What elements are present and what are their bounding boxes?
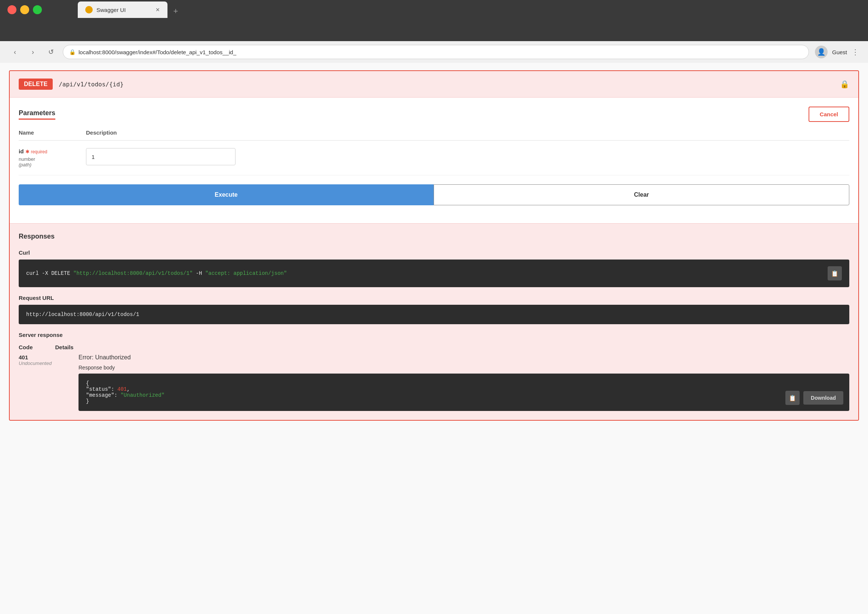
response-row: 401 Undocumented Error: Unauthorized Res… xyxy=(19,354,849,411)
cancel-button[interactable]: Cancel xyxy=(809,107,849,122)
tab-close-icon[interactable]: ✕ xyxy=(155,7,160,13)
forward-button[interactable]: › xyxy=(27,46,39,58)
json-close-brace: } xyxy=(86,398,89,404)
swagger-panel: DELETE /api/v1/todos/{id} 🔒 Parameters C… xyxy=(9,70,859,421)
server-response-label: Server response xyxy=(19,332,849,338)
json-message-key: "message": xyxy=(86,392,120,398)
curl-command-text: curl -X DELETE xyxy=(26,270,73,276)
response-undocumented: Undocumented xyxy=(19,360,79,366)
request-url-block: http://localhost:8000/api/v1/todos/1 xyxy=(19,305,849,324)
curl-flag-text: -H xyxy=(192,270,205,276)
execute-button[interactable]: Execute xyxy=(19,185,434,205)
browser-menu-button[interactable]: ⋮ xyxy=(851,48,859,56)
response-code-col: 401 Undocumented xyxy=(19,354,79,366)
json-content: { "status": 401, "message": "Unauthorize… xyxy=(86,380,842,404)
param-type: number xyxy=(19,156,86,162)
json-open-brace: { xyxy=(86,380,89,386)
curl-label: Curl xyxy=(19,250,849,256)
forward-icon: › xyxy=(32,48,34,56)
response-body-actions: 📋 Download xyxy=(785,391,843,405)
error-title: Error: Unauthorized xyxy=(79,354,849,361)
back-button[interactable]: ‹ xyxy=(9,46,21,58)
main-content: DELETE /api/v1/todos/{id} 🔒 Parameters C… xyxy=(0,63,868,614)
back-icon: ‹ xyxy=(14,48,16,56)
request-url-label: Request URL xyxy=(19,295,849,301)
nav-bar: ‹ › ↺ 🔒 localhost:8000/swagger/index#/To… xyxy=(0,41,868,63)
panel-header: DELETE /api/v1/todos/{id} 🔒 xyxy=(10,71,858,98)
details-col-header: Details xyxy=(55,344,74,350)
response-table-header: Code Details xyxy=(19,344,849,350)
required-star: ✱ xyxy=(25,149,31,154)
responses-title: Responses xyxy=(19,233,849,240)
refresh-icon: ↺ xyxy=(48,48,54,56)
json-status-key: "status": xyxy=(86,386,117,392)
tab-favicon xyxy=(85,6,93,14)
curl-block: curl -X DELETE "http://localhost:8000/ap… xyxy=(19,259,849,287)
refresh-button[interactable]: ↺ xyxy=(45,46,57,58)
download-button[interactable]: Download xyxy=(803,391,843,405)
response-copy-button[interactable]: 📋 xyxy=(785,391,800,405)
required-label: required xyxy=(31,149,47,154)
response-code: 401 xyxy=(19,354,79,360)
response-body-label: Response body xyxy=(79,364,849,371)
params-table: Name Description id ✱ required number xyxy=(19,129,849,175)
curl-copy-button[interactable]: 📋 xyxy=(828,266,842,281)
param-name: id xyxy=(19,148,23,154)
response-body-block: { "status": 401, "message": "Unauthorize… xyxy=(79,374,849,411)
copy-icon: 📋 xyxy=(831,270,839,277)
responses-section: Responses Curl curl -X DELETE "http://lo… xyxy=(10,223,858,420)
traffic-lights xyxy=(8,5,42,14)
lock-icon: 🔒 xyxy=(69,49,76,55)
name-column-header: Name xyxy=(19,129,86,141)
response-details-col: Error: Unauthorized Response body { "sta… xyxy=(79,354,849,411)
maximize-button[interactable] xyxy=(33,5,42,14)
address-bar[interactable]: 🔒 localhost:8000/swagger/index#/Todo/del… xyxy=(63,45,809,59)
title-bar: Swagger UI ✕ + xyxy=(0,0,868,19)
avatar-icon: 👤 xyxy=(817,48,825,56)
table-row: id ✱ required number (path) xyxy=(19,141,849,175)
parameters-title: Parameters xyxy=(19,109,55,119)
curl-header-text: "accept: application/json" xyxy=(205,270,287,276)
parameters-section: Parameters Cancel Name Description id xyxy=(10,98,858,223)
nav-right: 👤 Guest ⋮ xyxy=(815,46,859,58)
description-column-header: Description xyxy=(86,129,849,141)
avatar[interactable]: 👤 xyxy=(815,46,828,58)
endpoint-path: /api/v1/todos/{id} xyxy=(59,81,123,88)
action-row: Execute Clear xyxy=(19,185,849,205)
tabs-bar: Swagger UI ✕ + xyxy=(48,2,212,18)
guest-label: Guest xyxy=(832,49,847,55)
curl-code: curl -X DELETE "http://localhost:8000/ap… xyxy=(26,270,823,276)
tab-title: Swagger UI xyxy=(96,7,152,13)
curl-url-text: "http://localhost:8000/api/v1/todos/1" xyxy=(73,270,192,276)
param-location: (path) xyxy=(19,162,86,167)
copy-icon: 📋 xyxy=(789,394,796,402)
clear-button[interactable]: Clear xyxy=(434,185,849,205)
panel-lock-icon: 🔒 xyxy=(840,80,849,88)
minimize-button[interactable] xyxy=(20,5,29,14)
browser-chrome: Swagger UI ✕ + xyxy=(0,0,868,41)
address-text: localhost:8000/swagger/index#/Todo/delet… xyxy=(79,49,236,55)
new-tab-button[interactable]: + xyxy=(169,5,183,18)
json-message-value: "Unauthorized" xyxy=(120,392,164,398)
param-id-input[interactable] xyxy=(86,148,236,165)
param-name-cell: id ✱ required number (path) xyxy=(19,141,86,175)
browser-tab[interactable]: Swagger UI ✕ xyxy=(78,2,167,18)
request-url-text: http://localhost:8000/api/v1/todos/1 xyxy=(26,312,139,318)
json-status-value: 401 xyxy=(117,386,127,392)
close-button[interactable] xyxy=(8,5,17,14)
params-header: Parameters Cancel xyxy=(19,107,849,122)
param-description-cell xyxy=(86,141,849,175)
method-badge: DELETE xyxy=(19,79,53,90)
code-col-header: Code xyxy=(19,344,33,350)
